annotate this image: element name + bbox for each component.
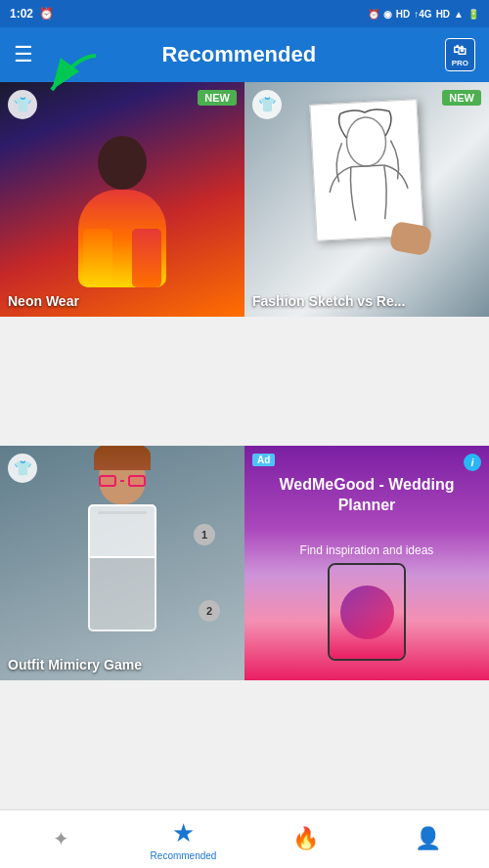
nav-recommended[interactable]: ★ Recommended [122,818,244,861]
effects-icon: ✦ [53,827,69,850]
card-wed-me-good-ad[interactable]: Ad i WedMeGood - Wedding Planner Find in… [244,446,489,680]
top-bar: ☰ Recommended 🛍 PRO [0,27,489,82]
signal-4g-icon: ↑4G [414,9,431,20]
recommended-icon: ★ [172,818,195,848]
num-badge-1: 1 [194,524,215,545]
new-badge-sketch: NEW [442,90,481,106]
pro-badge-button[interactable]: 🛍 PRO [445,38,475,71]
status-bar: 1:02 ⏰ ⏰ ◉ HD ↑4G HD ▲ 🔋 [0,0,489,27]
hd-label: HD [396,9,410,20]
card-fashion-sketch[interactable]: 👕 NEW Fashion Sketch vs Re... [244,82,489,317]
status-time: 1:02 [10,7,33,21]
pro-label: PRO [452,59,468,68]
nav-effects[interactable]: ✦ [0,827,122,852]
ad-title: WedMeGood - Wedding Planner [244,475,489,516]
shirt-icon-neon: 👕 [8,90,37,119]
card-neon-wear[interactable]: 👕 NEW Neon Wear [0,82,244,317]
new-badge-neon: NEW [198,90,237,106]
status-left: 1:02 ⏰ [10,7,54,21]
alarm-icon: ⏰ [39,7,54,21]
ad-tag: Ad [252,454,275,466]
status-right: ⏰ ◉ HD ↑4G HD ▲ 🔋 [368,9,479,20]
recommended-label: Recommended [151,850,217,861]
shirt-icon-sketch: 👕 [252,90,282,119]
bag-icon: 🛍 [453,42,467,59]
hamburger-menu-button[interactable]: ☰ [14,44,33,65]
content-grid: 👕 NEW Neon Wear [0,82,489,809]
card-label-sketch: Fashion Sketch vs Re... [252,293,405,309]
network-icon: ▲ [454,9,464,20]
ad-subtitle: Find inspiration and ideas [244,543,489,559]
battery-icon: 🔋 [467,9,479,20]
alarm-icon-right: ⏰ [368,9,379,20]
wifi-icon: ◉ [383,9,392,20]
ad-info-icon[interactable]: i [464,454,481,471]
profile-icon: 👤 [415,826,441,851]
num-badge-2: 2 [199,600,220,622]
hd-label2: HD [436,9,450,20]
card-label-outfit: Outfit Mimicry Game [8,657,142,673]
shirt-icon-outfit: 👕 [8,454,37,483]
svg-point-1 [345,116,387,167]
card-label-neon: Neon Wear [8,293,79,309]
card-outfit-mimicry[interactable]: 1 2 👕 Outfit Mimicry Game [0,446,244,680]
page-title: Recommended [33,42,445,67]
